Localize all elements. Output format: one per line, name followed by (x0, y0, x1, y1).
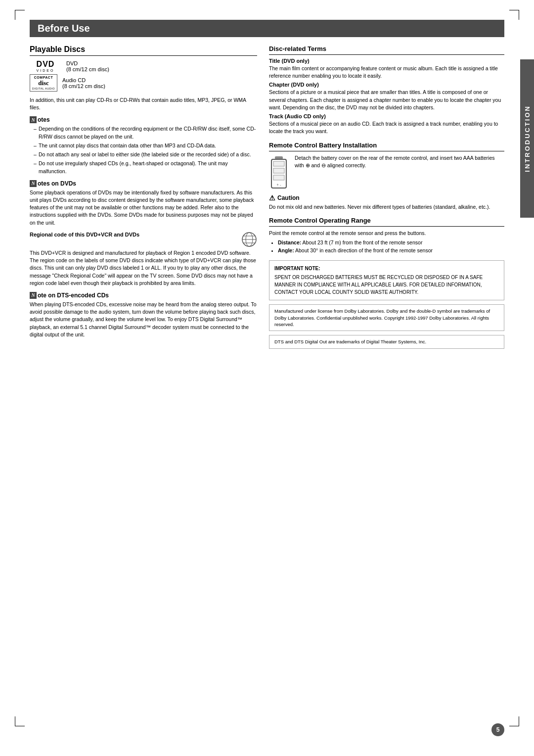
dvd-info: DVD (8 cm/12 cm disc) (66, 60, 109, 72)
battery-heading: Remote Control Battery Installation (269, 142, 504, 149)
important-note-box: IMPORTANT NOTE: SPENT OR DISCHARGED BATT… (269, 260, 504, 300)
angle-item: Angle: About 30° in each direction of th… (278, 247, 504, 255)
note-dts-body: When playing DTS-encoded CDs, excessive … (30, 301, 257, 338)
note-dts-icon: N (30, 292, 37, 299)
cd-logo: COMPACT disc DIGITAL AUDIO (30, 74, 57, 92)
regional-heading: Regional code of this DVD+VCR and DVDs (30, 232, 139, 237)
page-number: 5 (491, 723, 504, 736)
right-column: Disc-related Terms Title (DVD only) The … (269, 45, 504, 349)
chapter-dvd-heading: Chapter (DVD only) (269, 82, 504, 88)
note-dvds-icon: N (30, 180, 37, 187)
corner-mark-bl (15, 716, 25, 726)
cd-label: Audio CD (62, 77, 105, 83)
note-dts-heading: N ote on DTS-encoded CDs (30, 292, 257, 299)
operating-range-section: Remote Control Operating Range Point the… (269, 217, 504, 255)
divider-1 (269, 54, 504, 55)
notes-dvds-box: N otes on DVDs Some playback operations … (30, 180, 257, 227)
dvd-logo: DVD VIDEO (30, 60, 61, 72)
note-item-1: Depending on the conditions of the recor… (34, 125, 257, 140)
notes-list: Depending on the conditions of the recor… (30, 125, 257, 175)
battery-icon: + - (269, 155, 289, 190)
corner-mark-tr (509, 10, 519, 20)
svg-rect-8 (273, 168, 284, 173)
svg-text:+ -: + - (276, 183, 281, 187)
distance-item: Distance: About 23 ft (7 m) from the fro… (278, 239, 504, 247)
left-column: Playable Discs DVD VIDEO DVD (8 cm/12 cm… (30, 45, 257, 349)
svg-rect-9 (273, 175, 284, 180)
battery-row: + - Detach the battery cover on the rear… (269, 154, 504, 190)
note-item-2: The unit cannot play discs that contain … (34, 142, 257, 149)
notes-box: N otes Depending on the conditions of th… (30, 116, 257, 175)
chapter-dvd-body: Sections of a picture or a musical piece… (269, 89, 504, 111)
operating-range-list: Distance: About 23 ft (7 m) from the fro… (269, 239, 504, 255)
battery-body: Detach the battery cover on the rear of … (295, 154, 504, 169)
dvd-size: (8 cm/12 cm disc) (66, 66, 109, 72)
track-cd-body: Sections of a musical piece on an audio … (269, 120, 504, 135)
dolby-license-box: Manufactured under license from Dolby La… (269, 304, 504, 331)
notes-dvds-body: Some playback operations of DVDs may be … (30, 189, 257, 227)
notes-dvds-heading: N otes on DVDs (30, 180, 257, 187)
important-note-body: SPENT OR DISCHARGED BATTERIES MUST BE RE… (274, 274, 499, 296)
title-dvd-body: The main film content or accompanying fe… (269, 65, 504, 80)
divider-2 (269, 151, 504, 151)
cd-disc-row: COMPACT disc DIGITAL AUDIO Audio CD (8 c… (30, 74, 257, 92)
dts-license-text: DTS and DTS Digital Out are trademarks o… (274, 339, 426, 344)
dvd-disc-row: DVD VIDEO DVD (8 cm/12 cm disc) (30, 60, 257, 72)
caution-body: Do not mix old and new batteries. Never … (269, 203, 504, 211)
note-item-3: Do not attach any seal or label to eithe… (34, 151, 257, 158)
title-dvd-heading: Title (DVD only) (269, 58, 504, 64)
cd-info: Audio CD (8 cm/12 cm disc) (62, 77, 105, 89)
content-area: Playable Discs DVD VIDEO DVD (8 cm/12 cm… (30, 45, 504, 349)
notes-heading: N otes (30, 116, 257, 123)
important-note-heading: IMPORTANT NOTE: (274, 265, 499, 272)
regional-body: This DVD+VCR is designed and manufacture… (30, 249, 257, 287)
note-icon: N (30, 116, 37, 123)
introduction-sidebar: INTRODUCTION (520, 59, 534, 218)
angle-label: Angle: (278, 247, 294, 253)
dvd-video-text: VIDEO (37, 69, 55, 72)
regional-box: Regional code of this DVD+VCR and DVDs T… (30, 232, 257, 287)
disc-additional-note: In addition, this unit can play CD-Rs or… (30, 96, 257, 111)
track-cd-heading: Track (Audio CD only) (269, 113, 504, 119)
dvd-text: DVD (37, 60, 55, 69)
disc-icons-area: DVD VIDEO DVD (8 cm/12 cm disc) COMPACT … (30, 60, 257, 92)
caution-heading: ⚠ Caution (269, 194, 504, 202)
dolby-license-text: Manufactured under license from Dolby La… (274, 308, 490, 327)
disc-terms-section: Disc-related Terms Title (DVD only) The … (269, 45, 504, 136)
page-title: Before Use (30, 20, 504, 37)
battery-section: Remote Control Battery Installation + - … (269, 142, 504, 211)
note-item-4: Do not use irregularly shaped CDs (e.g.,… (34, 160, 257, 175)
disc-terms-heading: Disc-related Terms (269, 45, 504, 52)
globe-icon (241, 232, 257, 247)
sidebar-label: INTRODUCTION (524, 105, 531, 172)
playable-discs-heading: Playable Discs (30, 45, 257, 56)
operating-range-intro: Point the remote control at the remote s… (269, 230, 504, 237)
dvd-label: DVD (66, 60, 109, 66)
divider-3 (269, 226, 504, 227)
notes-content: Depending on the conditions of the recor… (30, 125, 257, 175)
corner-mark-tl (15, 10, 25, 20)
distance-label: Distance: (278, 239, 301, 245)
angle-value: About 30° in each direction of the front… (295, 247, 433, 253)
note-dts-box: N ote on DTS-encoded CDs When playing DT… (30, 292, 257, 338)
page: INTRODUCTION Before Use Playable Discs D… (0, 0, 534, 756)
operating-range-heading: Remote Control Operating Range (269, 217, 504, 224)
cd-size: (8 cm/12 cm disc) (62, 83, 105, 89)
corner-mark-br (509, 716, 519, 726)
dts-license-box: DTS and DTS Digital Out are trademarks o… (269, 335, 504, 348)
svg-rect-7 (273, 161, 284, 166)
distance-value: About 23 ft (7 m) from the front of the … (303, 239, 423, 245)
caution-icon: ⚠ (269, 194, 275, 202)
